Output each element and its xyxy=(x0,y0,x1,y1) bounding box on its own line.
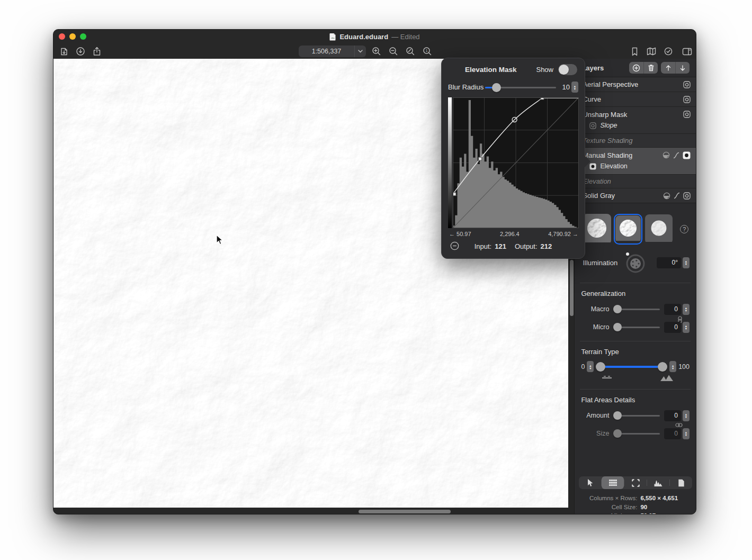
remove-point-button[interactable] xyxy=(450,241,459,250)
micro-stepper[interactable]: ▴▾ xyxy=(683,322,690,333)
layer-name: Unsharp Mask xyxy=(583,111,683,119)
app-window: Eduard.eduard — Edited 1:506,337 xyxy=(53,29,696,514)
terrain-type-min-stepper[interactable]: ▴▾ xyxy=(587,361,594,372)
layer-name: Texture Shading xyxy=(583,137,691,144)
blur-radius-label: Blur Radius xyxy=(448,83,485,91)
share-button[interactable] xyxy=(91,45,103,58)
amount-stepper[interactable]: ▴▾ xyxy=(683,410,690,421)
shading-style-option-3[interactable] xyxy=(645,214,673,244)
layer-name: Solid Gray xyxy=(583,192,663,200)
terrain-type-right-thumb[interactable] xyxy=(658,362,667,372)
layer-row-aerial-perspective[interactable]: › Aerial Perspective xyxy=(575,77,696,92)
amount-value[interactable]: 0 xyxy=(664,410,681,421)
micro-slider[interactable] xyxy=(613,323,660,331)
help-button[interactable]: ? xyxy=(680,225,688,233)
illumination-dial[interactable] xyxy=(623,250,647,275)
tab-histogram[interactable] xyxy=(647,476,669,489)
blur-radius-stepper[interactable]: ▴▾ xyxy=(571,82,578,93)
curve-icon[interactable] xyxy=(674,192,680,199)
mask-icon[interactable] xyxy=(683,96,691,103)
link-values-icon[interactable] xyxy=(675,422,683,428)
svg-text:1: 1 xyxy=(425,48,427,53)
layer-name: Manual Shading xyxy=(583,151,663,159)
layer-row-curve[interactable]: › Curve xyxy=(575,92,696,106)
move-layer-up-button[interactable] xyxy=(661,62,675,74)
illumination-value[interactable]: 0° xyxy=(657,257,681,268)
input-label: Input: xyxy=(475,242,492,250)
mask-icon[interactable] xyxy=(683,81,691,88)
new-document-button[interactable] xyxy=(58,45,70,58)
illumination-label: Illumination xyxy=(583,259,623,267)
size-slider[interactable] xyxy=(613,429,660,438)
curve-icon[interactable] xyxy=(673,152,679,159)
zoom-fit-button[interactable] xyxy=(404,45,417,58)
blur-radius-slider[interactable] xyxy=(485,83,556,92)
tab-grid-selected[interactable] xyxy=(602,476,624,489)
size-value[interactable]: 0 xyxy=(664,428,681,439)
layers-panel-title: Layers xyxy=(581,64,626,72)
grayscale-gradient-bar xyxy=(448,97,452,228)
horizontal-scrollbar-thumb[interactable] xyxy=(359,510,451,513)
add-layer-button[interactable] xyxy=(629,62,643,74)
macro-label: Macro xyxy=(581,305,609,313)
terrain-type-left-thumb[interactable] xyxy=(596,362,605,372)
layer-row-texture-shading[interactable]: Texture Shading xyxy=(575,134,696,147)
macro-slider[interactable] xyxy=(613,305,660,313)
toggle-sidebar-button[interactable] xyxy=(681,45,693,58)
tone-contrast-icon[interactable] xyxy=(663,192,670,200)
layer-row-unsharp-mask[interactable]: › Unsharp Mask Slope xyxy=(575,107,696,133)
zoom-actual-size-button[interactable]: 1 xyxy=(421,45,434,58)
terrain-type-max-stepper[interactable]: ▴▾ xyxy=(669,361,676,372)
tab-pointer[interactable] xyxy=(579,476,601,489)
terrain-type-min: 0 xyxy=(581,363,585,371)
flat-areas-title: Flat Areas Details xyxy=(581,396,690,404)
layer-row-manual-shading[interactable]: › Manual Shading Elevation xyxy=(575,148,696,174)
toolbar: 1:506,337 1 xyxy=(53,43,696,59)
amount-slider[interactable] xyxy=(613,411,660,420)
blur-radius-value: 10 xyxy=(560,83,570,91)
vertical-scrollbar-thumb[interactable] xyxy=(570,260,574,316)
checkmark-seal-button[interactable] xyxy=(662,45,675,58)
layer-subrow-elevation[interactable]: Elevation xyxy=(578,161,691,171)
macro-value[interactable]: 0 xyxy=(664,304,681,315)
window-title: Eduard.eduard xyxy=(339,33,388,41)
shading-style-option-1[interactable] xyxy=(583,214,611,245)
layer-row-elevation[interactable]: Elevation xyxy=(575,175,696,188)
download-button[interactable] xyxy=(74,45,87,58)
mouse-cursor xyxy=(216,234,223,246)
zoom-in-button[interactable] xyxy=(370,45,383,58)
output-value: 212 xyxy=(541,242,552,250)
terrain-type-range-slider[interactable] xyxy=(596,362,667,372)
curve-editor[interactable] xyxy=(453,97,579,228)
mask-active-icon[interactable] xyxy=(683,151,691,159)
size-stepper[interactable]: ▴▾ xyxy=(683,428,690,439)
size-label: Size xyxy=(581,430,609,437)
illumination-stepper[interactable]: ▴▾ xyxy=(683,257,690,268)
macro-stepper[interactable]: ▴▾ xyxy=(683,304,690,315)
layer-subrow-slope[interactable]: Slope xyxy=(578,120,691,131)
horizontal-scrollbar[interactable] xyxy=(53,508,568,514)
tab-selection[interactable] xyxy=(624,476,647,489)
input-value: 121 xyxy=(495,242,506,250)
micro-value[interactable]: 0 xyxy=(664,322,681,333)
shading-style-option-2-selected[interactable] xyxy=(614,214,642,245)
zoom-out-button[interactable] xyxy=(387,45,400,58)
mask-icon[interactable] xyxy=(683,111,691,118)
move-layer-down-button[interactable] xyxy=(675,62,690,74)
info-value: 90 xyxy=(640,504,696,510)
layer-row-solid-gray[interactable]: › Solid Gray xyxy=(575,188,696,203)
show-mask-toggle[interactable] xyxy=(558,64,577,75)
axis-max-label: 4,790.92 → xyxy=(548,231,578,237)
layer-name: Aerial Perspective xyxy=(583,80,683,88)
layer-name: Elevation xyxy=(583,177,691,185)
delete-layer-button[interactable] xyxy=(643,62,658,74)
tone-contrast-icon[interactable] xyxy=(663,151,670,159)
tab-document[interactable] xyxy=(670,476,692,489)
map-scale-select[interactable]: 1:506,337 xyxy=(299,46,366,57)
bookmark-button[interactable] xyxy=(628,45,641,58)
map-button[interactable] xyxy=(645,45,658,58)
grid-info-panel: Columns × Rows: 6,550 × 4,651 Cell Size:… xyxy=(575,495,696,514)
mask-icon[interactable] xyxy=(683,192,691,200)
mask-icon xyxy=(589,122,596,129)
terrain-type-max: 100 xyxy=(678,363,690,371)
